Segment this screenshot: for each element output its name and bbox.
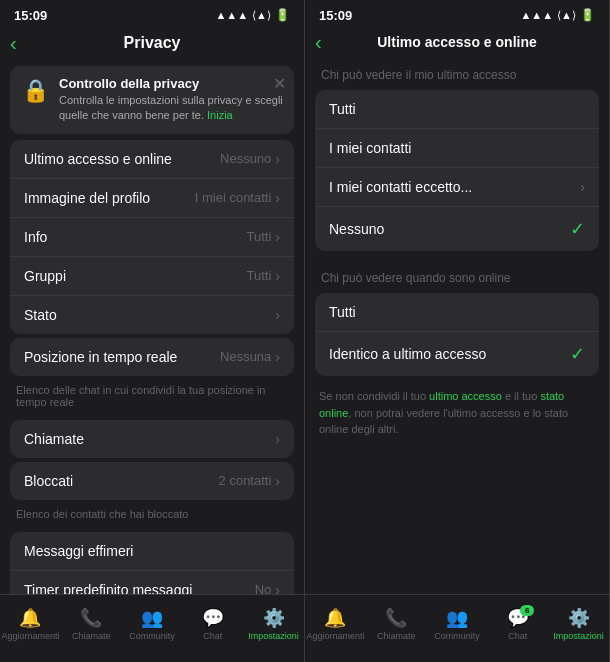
list-item-posizione[interactable]: Posizione in tempo reale Nessuna › (10, 338, 294, 376)
posizione-group: Posizione in tempo reale Nessuna › (10, 338, 294, 376)
chevron-icon-bloccati: › (275, 473, 280, 489)
header-left: ‹ Privacy (0, 28, 304, 60)
tab-aggiornamenti-left[interactable]: 🔔 Aggiornamenti (0, 607, 61, 641)
signal-icon-right: ▲▲▲ (520, 9, 553, 21)
option-miei-contatti-eccetto[interactable]: I miei contatti eccetto... › (315, 168, 599, 207)
chevron-icon-posizione: › (275, 349, 280, 365)
item-right-bloccati: 2 contatti › (219, 473, 280, 489)
chiamate-group: Chiamate › (10, 420, 294, 458)
community-icon-left: 👥 (141, 607, 163, 629)
ultimo-accesso-group: Tutti I miei contatti I miei contatti ec… (315, 90, 599, 251)
chiamate-tab-icon-left: 📞 (80, 607, 102, 629)
back-button-right[interactable]: ‹ (315, 31, 322, 54)
option-miei-contatti-eccetto-label: I miei contatti eccetto... (329, 179, 472, 195)
online-status-group: Tutti Identico a ultimo accesso ✓ (315, 293, 599, 376)
item-label-posizione: Posizione in tempo reale (24, 349, 177, 365)
tab-bar-left: 🔔 Aggiornamenti 📞 Chiamate 👥 Community 💬… (0, 594, 304, 662)
list-item-chiamate[interactable]: Chiamate › (10, 420, 294, 458)
right-content: Chi può vedere il mio ultimo accesso Tut… (305, 58, 609, 594)
list-item-immagine[interactable]: Immagine del profilo I miei contatti › (10, 179, 294, 218)
tab-label-aggiornamenti-right: Aggiornamenti (306, 631, 364, 641)
header-title-left: Privacy (124, 34, 181, 52)
bloccati-group: Bloccati 2 contatti › (10, 462, 294, 500)
status-icons-left: ▲▲▲ ⟨▲⟩ 🔋 (215, 8, 290, 22)
tab-label-chiamate-right: Chiamate (377, 631, 416, 641)
tab-chiamate-left[interactable]: 📞 Chiamate (61, 607, 122, 641)
chevron-icon-ultimo: › (275, 151, 280, 167)
right-panel: 15:09 ▲▲▲ ⟨▲⟩ 🔋 ‹ Ultimo accesso e onlin… (305, 0, 610, 662)
section1-label: Chi può vedere il mio ultimo accesso (305, 58, 609, 86)
footer-text: Se non condividi il tuo ultimo accesso e… (305, 380, 609, 452)
list-item-messaggi-effimeri[interactable]: Messaggi effimeri (10, 532, 294, 571)
footer-text-content: Se non condividi il tuo ultimo accesso e… (319, 390, 568, 435)
checkmark-nessuno: ✓ (570, 218, 585, 240)
option-nessuno[interactable]: Nessuno ✓ (315, 207, 599, 251)
community-icon-right: 👥 (446, 607, 468, 629)
tab-aggiornamenti-right[interactable]: 🔔 Aggiornamenti (305, 607, 366, 641)
list-item-stato[interactable]: Stato › (10, 296, 294, 334)
tab-community-right[interactable]: 👥 Community (427, 607, 488, 641)
checkmark-identico: ✓ (570, 343, 585, 365)
chevron-icon-immagine: › (275, 190, 280, 206)
chevron-eccetto: › (580, 179, 585, 195)
option-tutti-1[interactable]: Tutti (315, 90, 599, 129)
banner-icon: 🔒 (22, 78, 49, 104)
list-item-ultimo-accesso[interactable]: Ultimo accesso e online Nessuno › (10, 140, 294, 179)
option-identico-right: ✓ (570, 343, 585, 365)
tab-impostazioni-right[interactable]: ⚙️ Impostazioni (548, 607, 609, 641)
tab-label-chat-right: Chat (508, 631, 527, 641)
option-tutti-2[interactable]: Tutti (315, 293, 599, 332)
banner-link[interactable]: Inizia (207, 109, 233, 121)
option-tutti-2-label: Tutti (329, 304, 356, 320)
aggiornamenti-icon-left: 🔔 (19, 607, 41, 629)
tab-community-left[interactable]: 👥 Community (122, 607, 183, 641)
header-title-right: Ultimo accesso e online (377, 34, 537, 50)
back-button-left[interactable]: ‹ (10, 32, 17, 55)
tab-label-chiamate-left: Chiamate (72, 631, 111, 641)
item-label-chiamate: Chiamate (24, 431, 84, 447)
banner-close-button[interactable]: ✕ (273, 74, 286, 93)
item-right-ultimo: Nessuno › (220, 151, 280, 167)
chevron-icon-timer: › (275, 582, 280, 594)
tab-chiamate-right[interactable]: 📞 Chiamate (366, 607, 427, 641)
tab-label-community-right: Community (434, 631, 480, 641)
tab-label-chat-left: Chat (203, 631, 222, 641)
list-item-info[interactable]: Info Tutti › (10, 218, 294, 257)
tab-chat-left[interactable]: 💬 Chat (182, 607, 243, 641)
option-miei-contatti-eccetto-right: › (580, 179, 585, 195)
status-bar-right: 15:09 ▲▲▲ ⟨▲⟩ 🔋 (305, 0, 609, 28)
section2-label: Chi può vedere quando sono online (305, 261, 609, 289)
item-right-gruppi: Tutti › (247, 268, 280, 284)
tab-impostazioni-left[interactable]: ⚙️ Impostazioni (243, 607, 304, 641)
item-label-stato: Stato (24, 307, 57, 323)
item-right-chiamate: › (275, 431, 280, 447)
impostazioni-icon-right: ⚙️ (568, 607, 590, 629)
banner-text: Controllo della privacy Controlla le imp… (59, 76, 284, 124)
tab-label-aggiornamenti-left: Aggiornamenti (1, 631, 59, 641)
chevron-icon-chiamate: › (275, 431, 280, 447)
item-label-immagine: Immagine del profilo (24, 190, 150, 206)
option-miei-contatti[interactable]: I miei contatti (315, 129, 599, 168)
tab-bar-right: 🔔 Aggiornamenti 📞 Chiamate 👥 Community 6… (305, 594, 609, 662)
banner-desc: Controlla le impostazioni sulla privacy … (59, 93, 284, 124)
battery-icon-right: 🔋 (580, 8, 595, 22)
tab-label-community-left: Community (129, 631, 175, 641)
chevron-icon-gruppi: › (275, 268, 280, 284)
item-label-timer-messaggi: Timer predefinito messaggi (24, 582, 192, 594)
left-content: 🔒 Controllo della privacy Controlla le i… (0, 60, 304, 594)
item-label-info: Info (24, 229, 47, 245)
list-item-gruppi[interactable]: Gruppi Tutti › (10, 257, 294, 296)
option-identico-ultimo[interactable]: Identico a ultimo accesso ✓ (315, 332, 599, 376)
tab-chat-right[interactable]: 6 💬 Chat (487, 607, 548, 641)
option-tutti-1-label: Tutti (329, 101, 356, 117)
list-item-bloccati[interactable]: Bloccati 2 contatti › (10, 462, 294, 500)
posizione-sub-text: Elenco delle chat in cui condividi la tu… (0, 380, 304, 416)
list-item-timer-messaggi[interactable]: Timer predefinito messaggi No › (10, 571, 294, 594)
wifi-icon-right: ⟨▲⟩ (557, 9, 576, 22)
chat-icon-left: 💬 (202, 607, 224, 629)
item-right-info: Tutti › (247, 229, 280, 245)
wifi-icon: ⟨▲⟩ (252, 9, 271, 22)
item-right-posizione: Nessuna › (220, 349, 280, 365)
messaggi-group: Messaggi effimeri Timer predefinito mess… (10, 532, 294, 594)
privacy-settings-group: Ultimo accesso e online Nessuno › Immagi… (10, 140, 294, 334)
